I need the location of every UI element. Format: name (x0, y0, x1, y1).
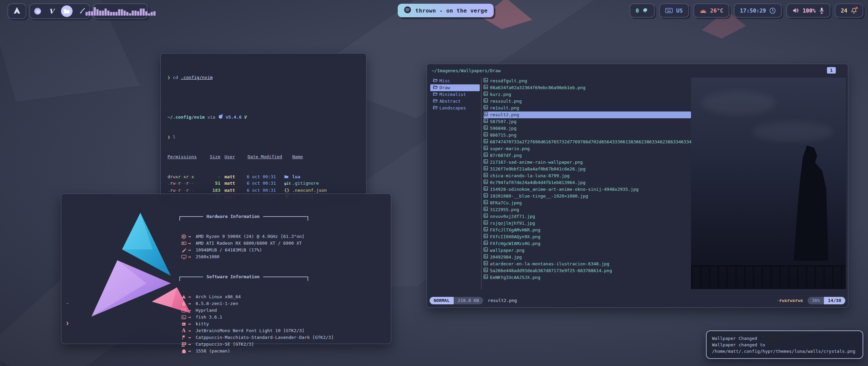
graph-bar (148, 13, 150, 16)
sidebar-folder-abstract[interactable]: Abstract (430, 98, 480, 105)
graph-bar (85, 12, 88, 16)
file-name: 3122955.png (490, 206, 519, 213)
graph-bar (115, 12, 118, 16)
file-row[interactable]: chica-mirando-la-luna-8799.jpg (484, 172, 691, 179)
notification-count: 24 (841, 7, 847, 14)
shell-icon (179, 315, 188, 319)
wm-icon (179, 308, 188, 312)
file-row[interactable]: 217167-sad-anime-rain-wallpaper.png (484, 159, 691, 166)
file-row[interactable]: 154928-odinokoe_anime-art-anime-okno-sin… (484, 186, 691, 193)
audio-module[interactable]: 100% (786, 3, 830, 18)
file-row[interactable]: EeNKYgIUcAAJ5JX.png (484, 274, 691, 281)
file-row[interactable]: wallpaper.png (484, 247, 691, 254)
file-row[interactable]: 08a634fa02a32364f69ebc86a98eb1eb.png (484, 84, 691, 91)
file-row[interactable]: 0c794faf07de24a4db4d4fb1eb813964.jpg (484, 179, 691, 186)
sidebar-folder-draw[interactable]: Draw (430, 84, 480, 91)
file-row[interactable]: FXfcII0X0AQyn9X.png (484, 233, 691, 240)
sidebar-folder-minimalist[interactable]: Minimalist (430, 91, 480, 98)
file-name: 0c794faf07de24a4db4d4fb1eb813964.jpg (490, 179, 586, 186)
graph-bar (91, 11, 93, 16)
notifications-module[interactable]: 24 (835, 3, 863, 18)
launcher-group[interactable] (7, 3, 26, 19)
file-row[interactable]: 8FKa7Cu.jpeg (484, 200, 691, 206)
image-file-icon (484, 118, 488, 125)
file-size: - (205, 174, 220, 180)
file-manager-window[interactable]: ~/Imagenes/Wallpapers/Draw 1 MiscDrawMin… (427, 64, 848, 308)
graph-bar (132, 11, 134, 16)
file-name: resssult.png (490, 98, 522, 105)
image-file-icon (484, 152, 488, 159)
file-manager-path: ~/Imagenes/Wallpapers/Draw (432, 67, 501, 74)
icons-icon (179, 342, 188, 347)
hardware-box-header: Hardware Information (179, 213, 308, 220)
arch-launcher-icon[interactable] (13, 6, 21, 16)
clock-module[interactable]: 17:50:29 (734, 3, 782, 18)
file-row[interactable]: 20492984.jpg (484, 254, 691, 261)
file-row[interactable]: 5a266e448add93deab367d87173e9f25-6837886… (484, 267, 691, 274)
kernel-icon (179, 301, 188, 306)
file-row[interactable]: super-mario.png (484, 145, 691, 152)
preview-girl-silhouette (786, 145, 836, 261)
github-module[interactable]: 0 (630, 3, 655, 18)
music-pill[interactable]: thrown - on the verge (398, 4, 494, 17)
file-row[interactable]: result2.png (484, 111, 691, 118)
file-row[interactable]: kurz.png (484, 91, 691, 98)
lua-icon (219, 115, 222, 119)
fetch-terminal-window[interactable]: Hardware Information →AMD Ryzen 9 5900X … (61, 194, 391, 344)
image-file-icon (484, 132, 488, 139)
tab-badge: 1 (827, 67, 836, 74)
terminal-window-nvim[interactable]: ❯ cd .config/nvim ~/.config/nvim via v5.… (160, 53, 367, 201)
file-row[interactable]: 87r687df.png (484, 152, 691, 159)
keyboard-layout-module[interactable]: US (659, 3, 689, 18)
file-row[interactable]: FXfcJlTXgAMvH6R.png (484, 227, 691, 233)
sidebar-folder-label: Abstract (439, 98, 461, 105)
arrow-icon: → (188, 293, 196, 300)
vim-icon[interactable]: V (47, 7, 56, 16)
files-icon-active[interactable] (61, 5, 73, 17)
software-value: Arch Linux x86_64 (196, 293, 241, 300)
file-manager-sidebar: MiscDrawMinimalistAbstractLandscapes (430, 78, 480, 111)
graph-bar (110, 12, 112, 16)
fetch-row-wm: →Hyprland (179, 307, 383, 314)
sidebar-folder-landscapes[interactable]: Landscapes (430, 105, 480, 111)
file-row[interactable]: 866715.png (484, 132, 691, 139)
software-value: kitty (196, 321, 209, 327)
ls-header-row: Permissions Size User Date Modified Name (167, 154, 359, 160)
notification-toast[interactable]: Wallpaper Changed Wallpaper changed to /… (706, 330, 863, 359)
theme-icon (179, 335, 188, 340)
fetch-prompt: ~ ❯ (66, 287, 82, 340)
file-row[interactable]: FXfcHgcWIAMzs0G.png (484, 240, 691, 247)
image-file-icon (484, 213, 488, 220)
file-row[interactable]: resssult.png (484, 98, 691, 105)
fetch-row-kernel: →6.5.8-zen1-1-zen (179, 300, 383, 307)
graph-bar (88, 11, 91, 16)
git-file-icon: git (282, 180, 292, 187)
file-row[interactable]: ressdfgult.png (484, 78, 691, 84)
file-name: re1sult.png (490, 105, 519, 111)
file-row[interactable]: atardecer-en-la-montanas-ilustracion-634… (484, 261, 691, 267)
crystal-logo (70, 202, 191, 339)
fetch-row-shell: →fish 3.6.1 (179, 314, 383, 321)
file-row[interactable]: rsjqojlmjhf91.jpg (484, 220, 691, 227)
file-row[interactable]: nnvuv0xj2df71.jpg (484, 213, 691, 220)
file-row[interactable]: re1sult.png (484, 105, 691, 111)
notification-title: Wallpaper Changed (712, 335, 857, 342)
weather-module[interactable]: 26°C (693, 3, 730, 18)
rainbow-icon (699, 7, 707, 14)
file-row[interactable]: 587597.jpg (484, 118, 691, 125)
file-date: 6 oct 00:31 (244, 174, 282, 180)
sidebar-folder-label: Minimalist (439, 91, 466, 98)
file-row[interactable]: 596848.jpg (484, 125, 691, 132)
file-row[interactable]: 19201080-__blue-tinge__-1920×1080.jpg (484, 193, 691, 200)
firefox-icon[interactable] (33, 7, 42, 16)
file-row[interactable]: 3126f7e9bbf21a8a4af0b67b041c6e26.jpg (484, 166, 691, 172)
sidebar-folder-misc[interactable]: Misc (430, 78, 480, 84)
open-folder-icon (433, 98, 438, 105)
file-name: 154928-odinokoe_anime-art-anime-okno-sin… (490, 186, 638, 193)
open-folder-icon (433, 105, 438, 111)
file-row[interactable]: 3122955.png (484, 206, 691, 213)
image-file-icon (484, 227, 488, 233)
arrow-icon: → (188, 307, 196, 314)
graph-bar (118, 9, 120, 16)
file-row[interactable]: 68747470733a2f2f696d616765732d7769786d70… (484, 139, 691, 145)
